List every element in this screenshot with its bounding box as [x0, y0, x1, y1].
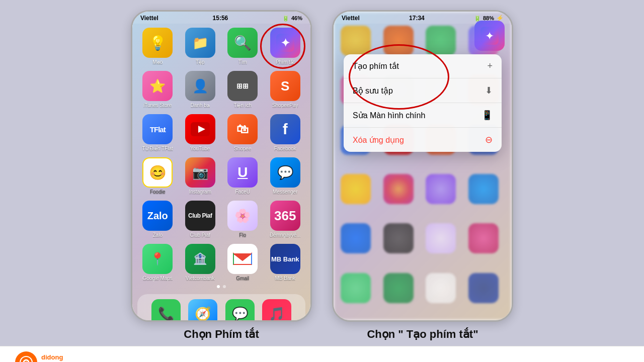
app-label-flo: Flo [239, 232, 246, 238]
left-caption: Chọn Phím tắt [184, 328, 259, 341]
dot-1 [217, 285, 220, 288]
left-phone-container: Viettel 15:56 🔋 46% 💡 Mẹo [131, 10, 312, 322]
app-flo[interactable]: 🌸 Flo [224, 201, 261, 238]
app-meo[interactable]: 💡 Mẹo [139, 28, 176, 65]
app-icon-phimtat: ✦ [270, 28, 300, 58]
app-icon-shopee: 🛍 [227, 114, 258, 144]
app-label-dem: Đêmngàyyê... [270, 232, 301, 238]
app-tep[interactable]: 📁 Tệp [182, 28, 219, 65]
main-content: Viettel 15:56 🔋 46% 💡 Mẹo [111, 0, 533, 346]
app-label-danhba: Danh bạ [191, 103, 210, 108]
app-label-tudien: Từ Điển TFlat [142, 146, 173, 151]
dock-music[interactable]: 🎵 [262, 299, 291, 322]
app-label-clubpiaf: Club Piaf [190, 232, 210, 238]
app-label-tep: Tệp [196, 59, 205, 65]
battery-icon: 🔋 [282, 15, 289, 22]
brand-text: didong ThôngMinh [41, 353, 90, 362]
app-icon-maps: 📍 [142, 244, 173, 274]
phone-icon: 📱 [481, 110, 493, 121]
left-battery: 46% [291, 15, 302, 21]
app-tim[interactable]: 🔍 Tìm [224, 28, 261, 65]
app-icon-tienich: ⊞⊞ [227, 71, 258, 101]
app-icon-meo: 💡 [142, 28, 173, 58]
app-instagram[interactable]: 📷 Instagram [182, 157, 219, 195]
app-icon-vietcombank: 🏦 [185, 244, 215, 274]
app-icon-tim: 🔍 [227, 28, 258, 58]
app-icon-flo: 🌸 [227, 201, 258, 231]
dot-2 [223, 285, 226, 288]
right-time: 17:34 [409, 15, 425, 22]
app-icon-dem: 365 [270, 201, 300, 231]
app-icon-mbbank: MB Bank [270, 244, 300, 274]
app-label-foodie: Foodie [150, 189, 166, 195]
app-icon-itunes: ⭐ [142, 71, 173, 101]
app-icon-youtube [185, 114, 215, 144]
delete-icon: ⊖ [485, 134, 493, 145]
app-shopeepay[interactable]: S ShopeePay [267, 71, 304, 108]
app-label-meo: Mẹo [152, 59, 163, 65]
app-mbbank[interactable]: MB Bank MB Bank [267, 244, 304, 281]
app-gmail[interactable]: Gmail [224, 244, 261, 281]
right-phone-bg: Viettel 17:34 🔋 88% ⚡ [334, 12, 512, 320]
dock-phone[interactable]: 📞 [151, 299, 181, 322]
right-phone-section: Viettel 17:34 🔋 88% ⚡ [332, 10, 513, 341]
app-tudien[interactable]: TFlat Từ Điển TFlat [139, 114, 176, 151]
app-icon-foodie: 😊 [142, 157, 173, 188]
left-time: 15:56 [213, 15, 228, 22]
dock: 📞 🧭 💬 🎵 [137, 294, 305, 322]
brand-line1: didong [41, 353, 90, 361]
app-phimtat[interactable]: ✦ Phím tắt [267, 28, 304, 65]
download-icon: ⬇ [485, 85, 493, 96]
app-messenger[interactable]: 💬 Messenger [267, 157, 304, 195]
menu-item-bo-suu-tap[interactable]: Bộ sưu tập ⬇ [344, 78, 502, 103]
app-label-gmail: Gmail [236, 276, 249, 281]
left-carrier: Viettel [140, 15, 158, 22]
left-status-bar: Viettel 15:56 🔋 46% [132, 12, 310, 24]
app-label-phimtat: Phím tắt [276, 59, 295, 65]
app-icon-faceu: U [227, 157, 258, 188]
app-maps[interactable]: 📍 Google Maps [139, 244, 176, 281]
dock-messages[interactable]: 💬 [225, 299, 255, 322]
app-label-faceu: FaceU [235, 189, 250, 195]
right-carrier: Viettel [342, 15, 360, 22]
app-tienich[interactable]: ⊞⊞ Tiện ích [224, 71, 261, 108]
dock-safari[interactable]: 🧭 [188, 299, 217, 322]
left-phone-bg: Viettel 15:56 🔋 46% 💡 Mẹo [132, 12, 310, 320]
app-label-zalo: Zalo [153, 232, 163, 238]
left-phone-frame: Viettel 15:56 🔋 46% 💡 Mẹo [131, 10, 312, 322]
bottom-bar: didong ThôngMinh [0, 346, 644, 362]
app-clubpiaf[interactable]: Club Piaf Club Piaf [182, 201, 219, 238]
app-icon-facebook: f [270, 114, 300, 144]
app-zalo[interactable]: Zalo Zalo [139, 201, 176, 238]
app-label-tienich: Tiện ích [233, 103, 252, 108]
right-phone-container: Viettel 17:34 🔋 88% ⚡ [332, 10, 513, 322]
page-dots [132, 285, 310, 288]
menu-item-sua-man-hinh[interactable]: Sửa Màn hình chính 📱 [344, 103, 502, 128]
app-youtube[interactable]: YouTube [182, 114, 219, 151]
phimtat-top-right-icon[interactable]: ✦ [474, 21, 505, 51]
app-icon-tudien: TFlat [142, 114, 173, 144]
app-shopee[interactable]: 🛍 Shopee [224, 114, 261, 151]
app-label-messenger: Messenger [273, 189, 297, 195]
app-faceu[interactable]: U FaceU [224, 157, 261, 195]
left-status-right: 🔋 46% [282, 15, 302, 22]
plus-icon: + [487, 61, 493, 71]
menu-label-bo-suu-tap: Bộ sưu tập [353, 86, 393, 96]
app-itunes[interactable]: ⭐ iTunes Store [139, 71, 176, 108]
brand-logo-circle [15, 351, 37, 362]
app-label-tim: Tìm [238, 59, 247, 65]
app-vietcombank[interactable]: 🏦 Vietcombank [182, 244, 219, 281]
menu-item-xoa-ung-dung[interactable]: Xóa ứng dụng ⊖ [344, 128, 502, 152]
app-label-youtube: YouTube [190, 146, 210, 151]
app-icon-gmail [227, 244, 258, 274]
app-foodie[interactable]: 😊 Foodie [139, 157, 176, 195]
app-danhba[interactable]: 👤 Danh bạ [182, 71, 219, 108]
svg-text:✦: ✦ [281, 37, 290, 49]
menu-item-tao-phim-tat[interactable]: Tạo phím tắt + [344, 54, 502, 78]
app-icon-tep: 📁 [185, 28, 215, 58]
app-icon-messenger: 💬 [270, 157, 300, 188]
app-icon-shopeepay: S [270, 71, 300, 101]
app-dem[interactable]: 365 Đêmngàyyê... [267, 201, 304, 238]
app-icon-clubpiaf: Club Piaf [185, 201, 215, 231]
app-facebook[interactable]: f Facebook [267, 114, 304, 151]
